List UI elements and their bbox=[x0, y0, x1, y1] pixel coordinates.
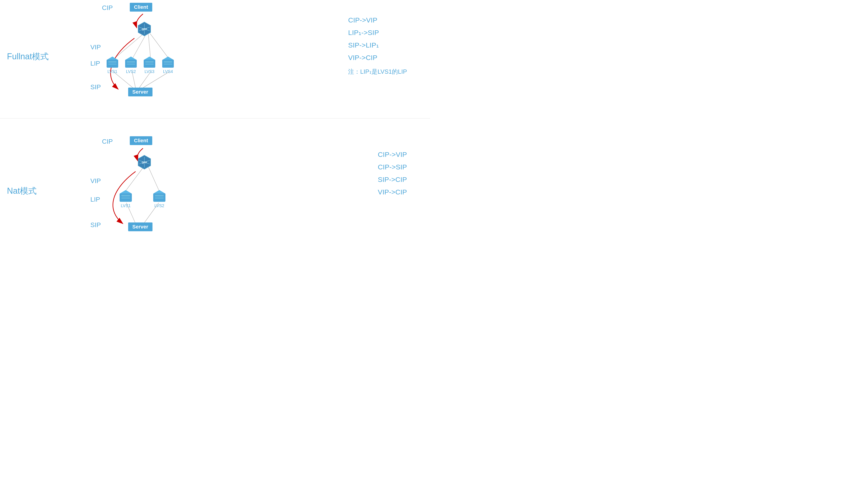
svg-marker-45 bbox=[154, 190, 164, 193]
fullnat-lvs3-icon: LVS3 bbox=[143, 56, 156, 74]
svg-line-6 bbox=[114, 72, 133, 88]
svg-marker-24 bbox=[126, 57, 136, 60]
fullnat-info-block: CIP->VIP LIP₁->SIP SIP->LIP₁ VIP->CIP 注：… bbox=[348, 14, 407, 77]
fullnat-lvs2-label: LVS2 bbox=[124, 69, 138, 74]
nat-info-line-2: CIP->SIP bbox=[378, 161, 407, 173]
nat-info-line-3: SIP->CIP bbox=[378, 173, 407, 186]
nat-lvs1-label: LVS1 bbox=[118, 203, 133, 208]
nat-info-block: CIP->VIP CIP->SIP SIP->CIP VIP->CIP bbox=[378, 148, 407, 198]
nat-cip-label: CIP bbox=[102, 138, 113, 145]
nat-lvs2-icon: LVS2 bbox=[152, 189, 167, 208]
svg-rect-26 bbox=[127, 63, 135, 65]
svg-rect-22 bbox=[108, 63, 117, 65]
fullnat-lvs1-icon: LVS1 bbox=[105, 56, 119, 74]
nat-label: Nat模式 bbox=[7, 185, 37, 197]
fullnat-cip-label: CIP bbox=[102, 4, 113, 12]
svg-rect-43 bbox=[121, 198, 130, 199]
fullnat-server-box: Server bbox=[128, 88, 153, 96]
svg-rect-34 bbox=[164, 63, 172, 65]
svg-text:QFP: QFP bbox=[142, 161, 147, 164]
fullnat-lvs4-label: LVS4 bbox=[161, 69, 175, 74]
svg-line-2 bbox=[114, 33, 144, 59]
nat-lip-label: LIP bbox=[90, 196, 100, 203]
svg-rect-30 bbox=[145, 63, 154, 65]
svg-rect-47 bbox=[155, 198, 164, 199]
nat-client-box: Client bbox=[130, 136, 152, 145]
nat-vip-label: VIP bbox=[90, 177, 101, 185]
nat-info-line-1: CIP->VIP bbox=[378, 148, 407, 161]
fullnat-sip-label: SIP bbox=[90, 83, 101, 91]
fullnat-lvs1-label: LVS1 bbox=[105, 69, 119, 74]
nat-qfp-icon: QFP bbox=[136, 154, 153, 170]
svg-marker-28 bbox=[144, 57, 155, 60]
fullnat-lvs2-icon: LVS2 bbox=[124, 56, 138, 74]
svg-marker-32 bbox=[163, 57, 173, 60]
section-divider bbox=[0, 118, 430, 118]
svg-rect-21 bbox=[108, 61, 117, 62]
fullnat-info-line-3: SIP->LIP₁ bbox=[348, 39, 407, 52]
fullnat-lvs4-icon: LVS4 bbox=[161, 56, 175, 74]
svg-line-9 bbox=[143, 72, 169, 88]
fullnat-client-box: Client bbox=[130, 3, 152, 12]
nat-info-line-4: VIP->CIP bbox=[378, 186, 407, 198]
svg-marker-20 bbox=[107, 57, 117, 60]
nat-sip-label: SIP bbox=[90, 221, 101, 229]
fullnat-qfp-icon: QFP bbox=[136, 21, 153, 37]
svg-rect-46 bbox=[155, 195, 164, 196]
svg-rect-33 bbox=[164, 61, 172, 62]
svg-rect-42 bbox=[121, 195, 130, 196]
svg-rect-29 bbox=[145, 61, 154, 62]
nat-lvs1-icon: LVS1 bbox=[118, 189, 133, 208]
fullnat-lvs3-label: LVS3 bbox=[143, 69, 156, 74]
svg-text:QFP: QFP bbox=[142, 28, 147, 31]
fullnat-label: Fullnat模式 bbox=[7, 51, 49, 62]
fullnat-info-line-1: CIP->VIP bbox=[348, 14, 407, 26]
svg-rect-25 bbox=[127, 61, 135, 62]
nat-server-box: Server bbox=[128, 222, 153, 231]
svg-line-7 bbox=[132, 72, 135, 88]
nat-lvs2-label: LVS2 bbox=[152, 203, 167, 208]
fullnat-note: 注：LIP₁是LVS1的LIP bbox=[348, 66, 407, 77]
fullnat-vip-label: VIP bbox=[90, 44, 101, 51]
fullnat-lip-label: LIP bbox=[90, 60, 100, 67]
svg-line-5 bbox=[150, 33, 169, 59]
svg-marker-41 bbox=[120, 190, 131, 193]
svg-line-4 bbox=[148, 34, 150, 59]
svg-line-8 bbox=[139, 72, 150, 88]
fullnat-info-line-4: VIP->CIP bbox=[348, 52, 407, 64]
fullnat-info-line-2: LIP₁->SIP bbox=[348, 26, 407, 39]
svg-line-3 bbox=[132, 34, 146, 59]
